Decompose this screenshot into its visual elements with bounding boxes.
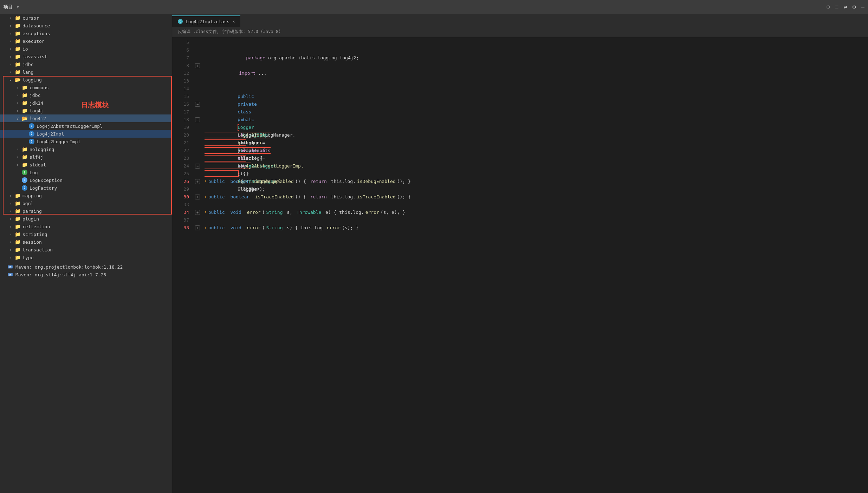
sidebar-item-Log4j2AbstractLoggerImpl[interactable]: C Log4j2AbstractLoggerImpl	[0, 122, 172, 130]
sidebar-item-log4j2[interactable]: ∨ 📂 log4j2	[0, 114, 172, 122]
fold-icon[interactable]: +	[195, 195, 200, 199]
code-text: this.log.	[328, 193, 356, 201]
gutter-item[interactable]: +	[193, 193, 202, 201]
sidebar-item-executor[interactable]: › 📁 executor	[0, 37, 172, 45]
line-num: 13	[172, 77, 189, 85]
gutter-item[interactable]: +	[193, 62, 202, 70]
code-line: package org.apache.ibatis.logging.log4j2…	[202, 46, 868, 54]
sidebar-item-type[interactable]: › 📁 type	[0, 254, 172, 261]
gutter-item[interactable]: −	[193, 100, 202, 108]
code-line: this.log = new Log4j2AbstractLoggerImpl …	[202, 124, 868, 131]
gutter-item[interactable]: +	[193, 178, 202, 185]
code-text: s,	[284, 209, 295, 216]
sidebar-item-label: ognl	[22, 201, 33, 206]
fold-icon[interactable]: +	[195, 63, 200, 68]
gutter-item[interactable]: +	[193, 209, 202, 216]
sidebar-item-commons[interactable]: › 📁 commons	[0, 84, 172, 91]
sidebar-item-Log[interactable]: I Log	[0, 169, 172, 176]
sidebar-item-session[interactable]: › 📁 session	[0, 238, 172, 246]
sidebar-item-datasource[interactable]: › 📁 datasource	[0, 22, 172, 29]
sidebar-item-maven-lombok[interactable]: M Maven: org.projectlombok:lombok:1.18.2…	[0, 261, 172, 271]
folder-icon: 📁	[15, 54, 21, 59]
gutter-item[interactable]: +	[193, 224, 202, 232]
sidebar-item-mapping[interactable]: › 📁 mapping	[0, 192, 172, 199]
toolbar-icon-list[interactable]: ≡	[835, 4, 838, 10]
sidebar-item-reflection[interactable]: › 📁 reflection	[0, 223, 172, 230]
sidebar-item-plugin[interactable]: › 📁 plugin	[0, 215, 172, 223]
code-text: () {	[295, 178, 309, 185]
sidebar-item-label: scripting	[22, 232, 47, 237]
folder-icon: 📁	[22, 85, 28, 90]
folder-icon: 📁	[22, 100, 28, 106]
sidebar-item-transaction[interactable]: › 📁 transaction	[0, 246, 172, 254]
sidebar-item-LogException[interactable]: C LogException	[0, 176, 172, 184]
chevron-right-icon: ›	[14, 163, 21, 167]
chevron-right-icon: ›	[7, 47, 14, 51]
fold-icon[interactable]: −	[195, 164, 200, 169]
tab-Log4j2Impl[interactable]: C Log4j2Impl.class ✕	[172, 15, 240, 27]
code-area[interactable]: 5 6 7 8 12 13 14 15 16 17 18 19 20 21 22…	[172, 37, 868, 493]
toolbar-icon-minimize[interactable]: —	[861, 4, 864, 10]
sidebar-item-Log4j2LoggerImpl[interactable]: C Log4j2LoggerImpl	[0, 138, 172, 145]
sidebar-item-jdbc2[interactable]: › 📁 jdbc	[0, 91, 172, 99]
sidebar-item-label: jdk14	[30, 100, 43, 106]
code-line	[202, 185, 868, 193]
toolbar-icon-sort[interactable]: ⇌	[844, 4, 847, 10]
fold-icon[interactable]: −	[195, 102, 200, 107]
chevron-down-icon: ∨	[14, 116, 21, 121]
sidebar-item-exceptions[interactable]: › 📁 exceptions	[0, 29, 172, 37]
sidebar-item-Log4j2Impl[interactable]: C Log4j2Impl	[0, 130, 172, 138]
sidebar-item-maven-slf4j[interactable]: M Maven: org.slf4j:slf4j-api:1.7.25	[0, 271, 172, 278]
folder-icon: 📁	[15, 247, 21, 252]
gutter-item[interactable]: −	[193, 116, 202, 124]
sidebar-item-cursor[interactable]: › 📁 cursor	[0, 14, 172, 22]
sidebar-item-LogFactory[interactable]: C LogFactory	[0, 184, 172, 192]
tab-close-button[interactable]: ✕	[232, 19, 235, 24]
sidebar-item-log4j[interactable]: › 📁 log4j	[0, 107, 172, 114]
line-num: 24	[172, 162, 189, 170]
tab-class-icon: C	[178, 19, 183, 24]
sidebar-item-lang[interactable]: › 📁 lang	[0, 68, 172, 76]
line-num: 22	[172, 147, 189, 155]
sidebar-item-scripting[interactable]: › 📁 scripting	[0, 230, 172, 238]
toolbar-icon-globe[interactable]: ⊕	[827, 4, 830, 10]
sidebar-item-javassist[interactable]: › 📁 javassist	[0, 53, 172, 60]
method-name: isDebugEnabled	[255, 178, 294, 185]
sidebar-item-logging[interactable]: ∨ 📂 logging	[0, 76, 172, 84]
fold-icon[interactable]: −	[195, 117, 200, 122]
toolbar-dropdown-arrow[interactable]: ▾	[16, 4, 20, 10]
gutter-item[interactable]: −	[193, 162, 202, 170]
orange-arrow-icon: ⬆	[205, 193, 207, 201]
sidebar-item-jdbc[interactable]: › 📁 jdbc	[0, 60, 172, 68]
sidebar-item-label: Log	[30, 170, 38, 175]
sidebar-item-parsing[interactable]: › 📁 parsing	[0, 207, 172, 215]
fold-icon[interactable]: +	[195, 225, 200, 230]
code-text: this.log.	[328, 178, 356, 185]
code-line: this.log = new Log4j2LoggerImpl (logger)…	[202, 139, 868, 147]
keyword: public	[208, 209, 225, 216]
sidebar-item-nologging[interactable]: › 📁 nologging	[0, 145, 172, 153]
code-text	[226, 209, 229, 216]
keyword: new	[238, 163, 246, 169]
sidebar-item-jdk14[interactable]: › 📁 jdk14	[0, 99, 172, 107]
code-line	[202, 93, 868, 100]
folder-icon: 📁	[15, 38, 21, 44]
sidebar-item-label: cursor	[22, 15, 39, 21]
method-call: error	[327, 224, 341, 232]
sidebar-item-ognl[interactable]: › 📁 ognl	[0, 199, 172, 207]
sidebar-item-stdout[interactable]: › 📁 stdout	[0, 161, 172, 169]
fold-icon[interactable]: +	[195, 179, 200, 184]
code-text	[243, 224, 246, 232]
code-text: (s); }	[342, 224, 358, 232]
sidebar-item-io[interactable]: › 📁 io	[0, 45, 172, 53]
fold-icon[interactable]: +	[195, 210, 200, 215]
sidebar-item-label: Log4j2LoggerImpl	[37, 139, 80, 144]
sidebar-item-slf4j[interactable]: › 📁 slf4j	[0, 153, 172, 161]
chevron-right-icon: ›	[14, 85, 21, 90]
code-text: }	[246, 171, 249, 176]
code-text: (); }	[397, 193, 411, 201]
toolbar-icon-settings[interactable]: ⚙	[853, 4, 856, 10]
gutter-item	[193, 46, 202, 54]
sidebar-item-label: log4j2	[30, 116, 46, 121]
keyword: private	[238, 101, 257, 107]
